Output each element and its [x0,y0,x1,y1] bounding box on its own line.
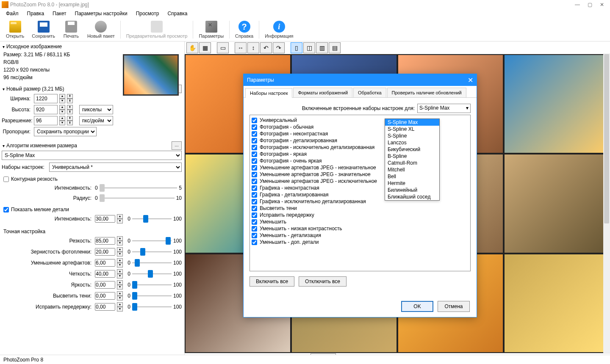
intensity-slider[interactable] [100,184,177,192]
enable-all-button[interactable]: Включить все [250,276,294,287]
preset-checkbox[interactable] [252,233,257,238]
dropdown-item[interactable]: Hermite [385,180,439,187]
view-split-button[interactable]: ◫ [303,42,315,53]
tab-formats[interactable]: Форматы изображений [293,88,352,97]
minimize-button[interactable]: — [575,2,580,8]
save-button[interactable]: Сохранить [28,19,58,41]
preset-select[interactable]: Универсальный * [49,163,182,172]
dropdown-item[interactable]: Бикубический [385,146,439,153]
preset-item[interactable]: Уменьшить - детализация [252,232,469,239]
preset-checkbox[interactable] [252,226,257,232]
over-slider[interactable] [132,303,172,311]
cancel-button[interactable]: Отмена [438,301,470,312]
help-button[interactable]: ?Справка [232,19,257,41]
dropdown-item[interactable]: B-Spline [385,153,439,160]
preset-item[interactable]: Уменьшить [252,218,469,225]
new-batch-button[interactable]: Новый пакет [84,19,118,41]
sharp-spinner[interactable]: ▲▼ [117,236,123,245]
grain-input[interactable] [95,248,115,256]
preset-checkbox[interactable] [252,172,257,177]
menu-file[interactable]: Файл [2,10,23,17]
resolution-input[interactable] [34,116,58,125]
preset-checkbox[interactable] [252,145,257,150]
clarity-input[interactable] [95,270,115,278]
crop-button[interactable]: ▭ [217,42,229,53]
disable-all-button[interactable]: Отключить все [299,276,347,287]
resolution-spinner[interactable]: ▲▼ [59,116,65,125]
width-link[interactable]: ⬆⬇ [67,94,73,103]
clarity-spinner[interactable]: ▲▼ [117,269,123,279]
maximize-button[interactable]: ▢ [588,2,592,8]
ok-button[interactable]: OK [401,301,433,312]
shadow-slider[interactable] [132,292,172,300]
rotate-ccw-button[interactable]: ↶ [260,42,272,53]
view-single-button[interactable]: ▯ [291,42,302,53]
preset-item[interactable]: Уменьшить - низкая контрастность [252,225,469,232]
grain-slider[interactable] [132,248,172,256]
preset-checkbox[interactable] [252,118,257,123]
open-button[interactable]: Открыть [3,19,28,41]
dropdown-item[interactable]: Mitchell [385,166,439,173]
preset-checkbox[interactable] [252,185,257,191]
size-unit-select[interactable]: пикселы [79,105,113,114]
tab-presets[interactable]: Наборы настроек [245,88,292,98]
menu-settings[interactable]: Параметры настройки [71,10,132,17]
algo-options-button[interactable]: … [172,141,182,150]
algo-section-header[interactable]: ▾Алгоритм изменения размера [2,141,172,150]
preset-checkbox[interactable] [252,124,257,130]
menu-view[interactable]: Просмотр [132,10,164,17]
dropdown-item[interactable]: S-Spline XL [385,126,439,132]
print-button[interactable]: Печать [59,19,83,41]
preset-checkbox[interactable] [252,219,257,225]
preset-checkbox[interactable] [252,206,257,211]
source-section-header[interactable]: ▾Исходное изображение [2,42,182,51]
preset-checkbox[interactable] [252,131,257,137]
height-spinner[interactable]: ▲▼ [59,105,65,114]
preset-checkbox[interactable] [252,165,257,171]
height-link[interactable]: ⬆⬇ [67,105,73,114]
preview-button[interactable]: Предварительный просмотр [123,19,191,41]
vertical-scrollbar[interactable] [603,54,610,353]
close-button[interactable]: ✕ [600,2,604,8]
artif-slider[interactable] [132,259,172,267]
method-select[interactable]: S-Spline Max [2,151,182,160]
hand-tool-button[interactable]: ✋ [186,42,198,53]
preset-item[interactable]: Уменьшить - доп. детали [252,239,469,245]
bright-spinner[interactable]: ▲▼ [117,280,123,290]
over-spinner[interactable]: ▲▼ [117,302,123,312]
menu-batch[interactable]: Пакет [48,10,70,17]
proportions-select[interactable]: Сохранить пропорции [34,127,97,136]
preset-checkbox[interactable] [252,192,257,198]
preset-checkbox[interactable] [252,212,257,218]
artif-input[interactable] [95,259,115,267]
shadow-input[interactable] [95,292,115,300]
preset-checkbox[interactable] [252,179,257,184]
shadow-spinner[interactable]: ▲▼ [117,291,123,301]
resolution-link[interactable]: ⬆⬇ [67,116,73,125]
tab-processing[interactable]: Обработка [353,88,386,97]
radius-slider[interactable] [100,194,175,202]
dropdown-item[interactable]: Catmull-Rom [385,160,439,166]
dropdown-item[interactable]: Ближайший сосед [385,193,439,200]
select-tool-button[interactable]: ▦ [199,42,211,53]
contour-checkbox[interactable] [3,176,9,182]
preset-checkbox[interactable] [252,138,257,143]
bright-input[interactable] [95,281,115,289]
params-button[interactable]: Параметры [195,19,227,41]
view-side-button[interactable]: ▥ [316,42,328,53]
over-input[interactable] [95,303,115,311]
detail-intensity-slider[interactable] [132,215,172,223]
dialog-titlebar[interactable]: Параметры ✕ [244,74,477,86]
preset-checkbox[interactable] [252,240,257,245]
preset-checkbox[interactable] [252,152,257,157]
detail-intensity-spinner[interactable]: ▲▼ [117,214,123,223]
rotate-cw-button[interactable]: ↷ [273,42,285,53]
height-input[interactable] [34,105,58,114]
dialog-close-button[interactable]: ✕ [468,76,473,84]
dropdown-item[interactable]: S-Spline Max [385,119,439,126]
dropdown-item[interactable]: Lanczos [385,139,439,146]
flip-h-button[interactable]: ↔ [235,42,247,53]
width-input[interactable] [34,94,58,103]
menu-edit[interactable]: Правка [23,10,49,17]
menu-help[interactable]: Справка [163,10,191,17]
